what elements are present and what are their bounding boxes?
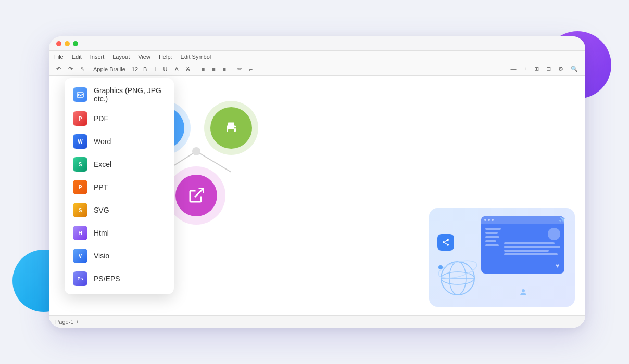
toolbar-undo[interactable]: ↶ bbox=[54, 64, 63, 73]
page-tab: Page-1 + bbox=[49, 315, 585, 328]
ppt-label: PPT bbox=[94, 183, 108, 191]
node-export[interactable] bbox=[175, 175, 217, 216]
node-print[interactable] bbox=[210, 107, 252, 149]
toolbar-bold[interactable]: B bbox=[141, 65, 149, 73]
editor-menubar: File Edit Insert Layout View Help: Edit … bbox=[49, 51, 585, 62]
svg-label: SVG bbox=[94, 206, 109, 214]
close-dot[interactable] bbox=[56, 41, 61, 46]
svg-icon: S bbox=[73, 203, 87, 217]
illustration-inner: ♥ ✈ bbox=[429, 208, 575, 307]
globe-illustration bbox=[434, 250, 481, 296]
toolbar-align-right[interactable]: ≡ bbox=[221, 65, 228, 73]
toolbar-line[interactable]: ⌐ bbox=[247, 65, 255, 73]
ps-icon: Ps bbox=[73, 271, 87, 286]
dropdown-item-visio[interactable]: V Visio bbox=[65, 244, 174, 267]
toolbar-align-left[interactable]: ≡ bbox=[199, 65, 207, 73]
sidebar-line-4 bbox=[485, 240, 496, 242]
export-dropdown: Graphics (PNG, JPG etc.) P PDF W Word S … bbox=[65, 78, 174, 294]
toolbar-zoom-out[interactable]: — bbox=[509, 64, 519, 73]
toolbar-draw[interactable]: ✏ bbox=[235, 64, 244, 73]
toolbar-grid[interactable]: ⊟ bbox=[544, 64, 553, 73]
svg-point-15 bbox=[447, 239, 449, 241]
sidebar-line-1 bbox=[485, 228, 501, 230]
browser-bar bbox=[481, 216, 564, 224]
toolbar-align-center[interactable]: ≡ bbox=[210, 65, 217, 73]
ppt-icon: P bbox=[73, 180, 87, 194]
main-line-1 bbox=[504, 242, 555, 244]
sidebar-line-2 bbox=[485, 232, 498, 234]
dropdown-item-excel[interactable]: S Excel bbox=[65, 153, 174, 176]
main-line-4 bbox=[504, 253, 558, 255]
menu-help[interactable]: Help: bbox=[159, 54, 172, 60]
word-label: Word bbox=[94, 137, 111, 146]
svg-line-1 bbox=[196, 151, 231, 172]
toolbar-fit[interactable]: ⊞ bbox=[532, 64, 541, 73]
browser-mockup: ♥ bbox=[481, 216, 564, 274]
toolbar-font-color[interactable]: A bbox=[172, 65, 180, 73]
excel-icon: S bbox=[73, 157, 87, 172]
svg-rect-10 bbox=[228, 123, 234, 127]
svg-line-19 bbox=[445, 240, 447, 242]
toolbar-settings[interactable]: ⚙ bbox=[556, 64, 565, 73]
toolbar-italic[interactable]: I bbox=[152, 65, 158, 73]
menu-edit[interactable]: Edit bbox=[72, 54, 82, 60]
svg-point-2 bbox=[192, 147, 200, 155]
toolbar-strikethrough[interactable]: X̶ bbox=[184, 64, 192, 73]
graphics-label: Graphics (PNG, JPG etc.) bbox=[94, 86, 166, 103]
toolbar-pointer[interactable]: ↖ bbox=[78, 64, 87, 73]
menu-insert[interactable]: Insert bbox=[90, 54, 105, 60]
visio-icon: V bbox=[73, 249, 87, 263]
person-icon bbox=[519, 288, 528, 300]
toolbar-zoom-in[interactable]: + bbox=[522, 64, 529, 73]
share-badge-icon bbox=[437, 234, 454, 251]
dropdown-item-svg[interactable]: S SVG bbox=[65, 199, 174, 222]
browser-dot-1 bbox=[484, 219, 486, 221]
dropdown-item-ppt[interactable]: P PPT bbox=[65, 176, 174, 199]
dropdown-item-graphics[interactable]: Graphics (PNG, JPG etc.) bbox=[65, 82, 174, 107]
svg-point-25 bbox=[438, 265, 443, 269]
outer-wrapper: File Edit Insert Layout View Help: Edit … bbox=[28, 21, 601, 343]
font-selector[interactable]: Apple Braille bbox=[90, 66, 129, 72]
dropdown-item-word[interactable]: W Word bbox=[65, 130, 174, 153]
toolbar-search[interactable]: 🔍 bbox=[569, 64, 580, 73]
svg-point-17 bbox=[447, 244, 449, 246]
sidebar-line-3 bbox=[485, 236, 499, 238]
html-label: Html bbox=[94, 229, 109, 237]
page-tab-label[interactable]: Page-1 bbox=[55, 319, 73, 325]
add-page-button[interactable]: + bbox=[76, 319, 79, 325]
dropdown-item-pdf[interactable]: P PDF bbox=[65, 107, 174, 130]
svg-point-11 bbox=[234, 127, 236, 129]
ps-label: PS/EPS bbox=[94, 275, 120, 283]
excel-label: Excel bbox=[94, 160, 111, 168]
heart-icon: ♥ bbox=[556, 262, 559, 269]
menu-file[interactable]: File bbox=[54, 54, 64, 60]
maximize-dot[interactable] bbox=[73, 41, 78, 46]
svg-rect-13 bbox=[77, 93, 83, 97]
menu-view[interactable]: View bbox=[138, 54, 150, 60]
browser-sidebar bbox=[485, 228, 501, 257]
svg-rect-9 bbox=[228, 129, 234, 134]
dropdown-item-ps[interactable]: Ps PS/EPS bbox=[65, 267, 174, 290]
browser-dot-2 bbox=[488, 219, 490, 221]
pdf-icon: P bbox=[73, 111, 87, 126]
dropdown-item-html[interactable]: H Html bbox=[65, 222, 174, 244]
minimize-dot[interactable] bbox=[65, 41, 70, 46]
pdf-label: PDF bbox=[94, 114, 108, 123]
menu-edit-symbol[interactable]: Edit Symbol bbox=[181, 54, 211, 60]
right-panel-illustration: ♥ ✈ bbox=[429, 208, 575, 307]
toolbar-underline[interactable]: U bbox=[161, 65, 169, 73]
svg-line-18 bbox=[445, 243, 447, 244]
browser-avatar bbox=[548, 228, 560, 240]
editor-toolbar: ↶ ↷ ↖ Apple Braille 12 B I U A X̶ ≡ ≡ ≡ … bbox=[49, 62, 585, 76]
svg-line-12 bbox=[195, 189, 204, 198]
device-topbar bbox=[49, 36, 585, 51]
menu-layout[interactable]: Layout bbox=[112, 54, 130, 60]
sidebar-line-5 bbox=[485, 244, 499, 246]
svg-point-26 bbox=[522, 289, 525, 292]
toolbar-redo[interactable]: ↷ bbox=[66, 64, 75, 73]
svg-point-16 bbox=[443, 241, 445, 243]
main-line-2 bbox=[504, 246, 560, 248]
browser-main bbox=[504, 228, 560, 257]
browser-dot-3 bbox=[492, 219, 494, 221]
font-size[interactable]: 12 bbox=[132, 66, 138, 72]
